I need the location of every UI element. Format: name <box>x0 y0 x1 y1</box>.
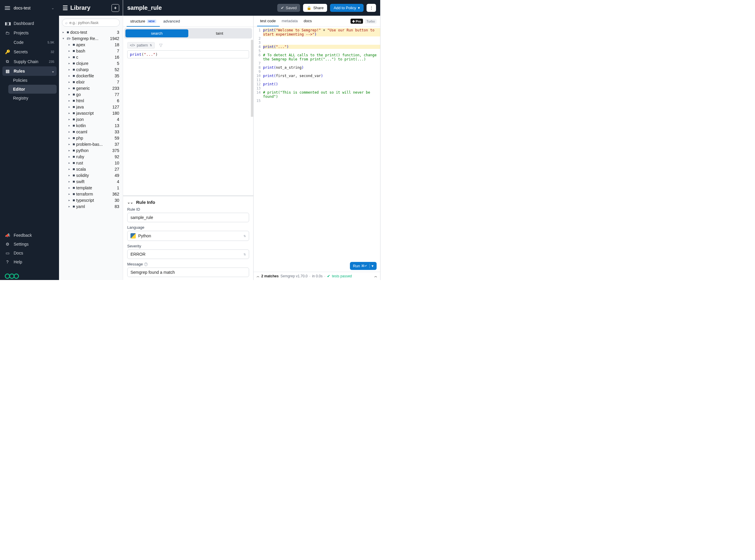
updown-icon: ⇅ <box>244 234 246 238</box>
chevron-icon: ▸ <box>69 124 72 127</box>
tab-test-code[interactable]: test code <box>257 16 279 26</box>
tree-item[interactable]: ▸ ■ clojure 5 <box>60 60 121 66</box>
sidebar-item-help[interactable]: ?Help <box>0 258 59 266</box>
tree-item[interactable]: ▸ ■ elixir 7 <box>60 79 121 85</box>
message-input[interactable]: Semgrep found a match <box>127 267 249 277</box>
tree-item[interactable]: ▸ ■ rust 10 <box>60 160 121 166</box>
pattern-type-selector[interactable]: </> pattern ⇅ <box>127 42 155 48</box>
folder-icon: ■ <box>73 148 75 153</box>
tree-item[interactable]: ▸ ■ problem-bas... 37 <box>60 141 121 147</box>
tree-item[interactable]: ▸ ■ go 77 <box>60 91 121 98</box>
tree-item[interactable]: ▸ ■ kotlin 13 <box>60 122 121 128</box>
share-button[interactable]: 🔒 Share <box>303 4 327 12</box>
tree-item[interactable]: ▸ ■ ruby 92 <box>60 154 121 160</box>
tab-docs[interactable]: docs <box>301 16 315 26</box>
tree-item[interactable]: ▸ ■ terraform 362 <box>60 191 121 197</box>
chevron-down-icon[interactable]: ▾ <box>369 264 374 268</box>
pattern-input[interactable]: print("...") <box>127 51 249 58</box>
tree-item[interactable]: ▸ ■ typescript 30 <box>60 197 121 203</box>
sidebar-item-secrets[interactable]: 🔑 Secrets 32 <box>0 47 59 57</box>
tree-item[interactable]: ▸ ■ javascript 180 <box>60 110 121 116</box>
sidebar-subitem-editor[interactable]: Editor <box>8 85 57 94</box>
sidebar-item-docs[interactable]: ▭Docs <box>0 248 59 258</box>
search-input[interactable] <box>70 20 119 25</box>
tree-item[interactable]: ▸ ■ generic 233 <box>60 85 121 91</box>
mode-search[interactable]: search <box>125 29 188 37</box>
chevron-icon: ▸ <box>69 199 72 202</box>
mode-taint[interactable]: taint <box>188 29 251 37</box>
tree-item[interactable]: ▸ ■ python 375 <box>60 147 121 154</box>
chevron-icon: ▸ <box>69 118 72 121</box>
folder-icon: ■ <box>73 154 75 159</box>
tree-item[interactable]: ▸ ■ swift 4 <box>60 178 121 185</box>
run-button[interactable]: Run ⌘↵ ▾ <box>350 262 376 270</box>
org-switcher[interactable]: docs-test ⌄ <box>0 0 59 16</box>
folder-icon: ■ <box>73 92 75 97</box>
collapse-icon[interactable]: ⌄⌄ <box>127 200 133 204</box>
tree-item[interactable]: ▸ ■ apex 18 <box>60 41 121 48</box>
info-icon[interactable]: ? <box>144 262 148 266</box>
tree-item[interactable]: ▸ ■ json 4 <box>60 116 121 122</box>
turbo-badge[interactable]: Turbo <box>365 19 376 24</box>
folder-icon: ■ <box>73 185 75 190</box>
folder-icon: ■ <box>73 80 75 84</box>
test-code-editor[interactable]: 1print("Welcome to Semgrep!" + "Use our … <box>254 27 380 272</box>
sidebar-item-projects[interactable]: 🗀 Projects <box>0 28 59 38</box>
code-line: 4print("...") <box>254 45 380 49</box>
folder-icon: ■ <box>73 142 75 146</box>
sidebar-item-dashboard[interactable]: ▮◨ Dashboard <box>0 19 59 28</box>
sidebar-item-code[interactable]: Code 5.9K <box>0 38 59 47</box>
more-menu-button[interactable]: ⋮ <box>367 4 376 12</box>
tree-item[interactable]: ▸ ■ c 16 <box>60 54 121 60</box>
library-search[interactable]: ⌕ <box>62 19 120 27</box>
tree-item[interactable]: ▸ ■ bash 7 <box>60 48 121 54</box>
expand-icon[interactable]: ︽ <box>374 274 377 278</box>
sidebar-item-rules[interactable]: ▤ Rules ⌄ <box>2 66 57 76</box>
folder-icon: ■ <box>73 136 75 140</box>
tree-item[interactable]: ▸ ■ csharp 52 <box>60 66 121 73</box>
rule-title: sample_rule <box>127 4 274 11</box>
tree-item[interactable]: ▸ ■ java 127 <box>60 104 121 110</box>
message-label: Message ? <box>127 262 249 266</box>
tree-item[interactable]: ▸ ■ ocaml 33 <box>60 128 121 135</box>
tree-item[interactable]: ▸ ■ solidity 49 <box>60 172 121 178</box>
chevron-icon: ▸ <box>69 86 72 90</box>
tab-metadata[interactable]: metadata <box>279 16 301 26</box>
tree-item[interactable]: ▸ ■ html 6 <box>60 98 121 104</box>
code-line: 5 <box>254 49 380 53</box>
sidebar-item-feedback[interactable]: 📣Feedback <box>0 231 59 240</box>
filter-icon[interactable]: ▽ <box>159 43 162 47</box>
tree-item[interactable]: ▾ 🗁 Semgrep Re... 1942 <box>60 35 121 41</box>
pro-badge[interactable]: ◆ Pro <box>350 19 363 24</box>
scrollbar[interactable] <box>251 40 253 196</box>
tree-item[interactable]: ▸ ■ yaml 83 <box>60 203 121 209</box>
expand-icon[interactable]: ︽ <box>256 274 259 278</box>
chevron-icon: ▸ <box>69 186 72 189</box>
tab-advanced[interactable]: advanced <box>160 16 183 27</box>
folder-icon: ■ <box>73 123 75 128</box>
new-rule-button[interactable]: + <box>112 4 119 12</box>
menu-icon[interactable] <box>5 6 10 10</box>
tree-item[interactable]: ▸ ■ docs-test 3 <box>60 29 121 35</box>
tab-structure[interactable]: structure NEW <box>127 16 160 27</box>
rule-id-input[interactable]: sample_rule <box>127 213 249 222</box>
chevron-down-icon[interactable]: ⌄ <box>51 6 54 10</box>
sidebar-subitem-policies[interactable]: Policies <box>13 76 59 85</box>
tree-item[interactable]: ▸ ■ dockerfile 35 <box>60 73 121 79</box>
chevron-icon: ▸ <box>69 55 72 59</box>
tree-item[interactable]: ▸ ■ scala 27 <box>60 166 121 172</box>
sidebar-item-supply-chain[interactable]: ⧉ Supply Chain 235 <box>0 57 59 66</box>
folder-icon: ■ <box>73 117 75 121</box>
language-select[interactable]: Python ⇅ <box>127 231 249 241</box>
chevron-icon: ▾ <box>62 37 65 40</box>
tree-item[interactable]: ▸ ■ php 59 <box>60 135 121 141</box>
severity-select[interactable]: ERROR ⇅ <box>127 249 249 259</box>
sidebar-item-settings[interactable]: ⚙Settings <box>0 240 59 248</box>
rule-id-label: Rule ID <box>127 207 249 212</box>
tree-item[interactable]: ▸ ■ template 1 <box>60 185 121 191</box>
add-to-policy-button[interactable]: Add to Policy ▾ <box>330 4 364 12</box>
updown-icon: ⇅ <box>150 44 152 47</box>
code-line: 15 <box>254 99 380 103</box>
sidebar-subitem-registry[interactable]: Registry <box>13 94 59 102</box>
severity-label: Severity <box>127 244 249 248</box>
